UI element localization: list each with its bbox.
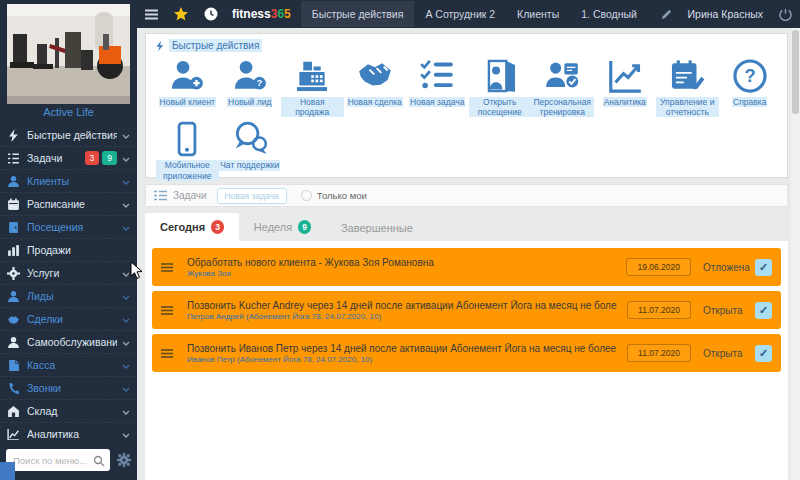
- handshake-icon: [356, 55, 394, 97]
- quick-action-personal-training[interactable]: Персональная тренировка: [531, 55, 594, 117]
- current-user-name[interactable]: Ирина Красных: [688, 8, 763, 20]
- scrollbar-thumb[interactable]: [792, 30, 799, 114]
- lightning-icon: [155, 40, 164, 52]
- tasks-panel: Обработать нового клиента - Жукова Зоя Р…: [145, 241, 788, 480]
- chevron-down-icon: [122, 290, 130, 302]
- topbar-tab-quick-actions[interactable]: Быстрые действия: [301, 1, 415, 27]
- sidebar-item-warehouse[interactable]: Склад: [0, 400, 137, 423]
- task-complete-checkbox[interactable]: ✓: [755, 345, 772, 362]
- task-row[interactable]: Позвонить Kucher Andrey через 14 дней по…: [152, 291, 781, 329]
- quick-action-open-visit[interactable]: Открыть посещение: [469, 55, 532, 117]
- sidebar-item-schedule[interactable]: Расписание: [0, 193, 137, 216]
- task-complete-checkbox[interactable]: ✓: [755, 302, 772, 319]
- tab-completed[interactable]: Завершенные: [326, 215, 428, 241]
- new-lead-icon: ?: [231, 55, 269, 97]
- main-content: Быстрые действия Новый клиент ? Новый ли…: [137, 28, 800, 480]
- favorites-star-icon[interactable]: [174, 7, 188, 21]
- quick-action-support-chat[interactable]: Чат поддержки: [219, 118, 282, 180]
- gym-photo: [7, 4, 130, 104]
- task-date[interactable]: 11.07.2020: [627, 344, 691, 362]
- quick-action-new-task[interactable]: Новая задача: [406, 55, 469, 117]
- quick-actions-title: Быстрые действия: [169, 39, 262, 52]
- club-name[interactable]: Active Life: [7, 104, 130, 118]
- only-mine-checkbox[interactable]: [301, 190, 312, 201]
- drag-handle-icon[interactable]: [161, 306, 173, 315]
- sidebar-item-sales[interactable]: Продажи: [0, 239, 137, 262]
- sidebar-item-self-service[interactable]: Самообслуживание: [0, 331, 137, 354]
- club-photo-card[interactable]: Active Life: [7, 4, 130, 118]
- chevron-down-icon: [122, 175, 130, 187]
- sidebar-item-cashdesk[interactable]: Касса: [0, 354, 137, 377]
- sidebar-item-calls[interactable]: Звонки: [0, 377, 137, 400]
- chevron-down-icon: [122, 313, 130, 325]
- quick-action-new-client[interactable]: Новый клиент: [156, 55, 219, 117]
- quick-action-new-deal[interactable]: Новая сделка: [344, 55, 407, 117]
- line-chart-icon: [7, 428, 20, 441]
- quick-action-management[interactable]: Управление и отчетность: [656, 55, 719, 117]
- chevron-down-icon: [122, 198, 130, 210]
- sidebar-item-leads[interactable]: Лиды: [0, 285, 137, 308]
- settings-gear-icon[interactable]: [117, 453, 131, 467]
- task-date[interactable]: 11.07.2020: [627, 301, 691, 319]
- task-row[interactable]: Обработать нового клиента - Жукова Зоя Р…: [152, 248, 781, 286]
- tasks-header-bar: Задачи Новая задача Только мои: [145, 184, 788, 207]
- sidebar-item-services[interactable]: Услуги: [0, 262, 137, 285]
- chevron-down-icon: [122, 221, 130, 233]
- svg-text:?: ?: [744, 66, 755, 86]
- chevron-down-icon: [122, 428, 130, 440]
- hamburger-menu-icon[interactable]: [145, 9, 158, 20]
- quick-action-new-sale[interactable]: Новая продажа: [281, 55, 344, 117]
- tab-week[interactable]: Неделя 9: [239, 213, 326, 241]
- quick-action-help[interactable]: ? Справка: [719, 55, 782, 117]
- task-date[interactable]: 19.06.2020: [626, 258, 691, 276]
- sidebar-item-tasks[interactable]: Задачи 3 9: [0, 147, 137, 170]
- quick-action-mobile-app[interactable]: Мобильное приложение: [156, 118, 219, 180]
- chevron-down-icon: [122, 336, 130, 348]
- personal-training-icon: [543, 55, 581, 97]
- app-logo[interactable]: fitness365: [232, 7, 291, 21]
- vertical-scrollbar[interactable]: [791, 28, 800, 480]
- task-client-link[interactable]: Иванов Петр (Абонемент Йога 78, 24.07.20…: [187, 355, 617, 364]
- management-report-icon: [668, 55, 706, 97]
- logout-icon[interactable]: [779, 8, 792, 21]
- chevron-down-icon: [122, 267, 130, 279]
- clock-icon[interactable]: [204, 7, 218, 21]
- task-client-link[interactable]: Петров Андрей (Абонемент Йога 78, 24.07.…: [187, 312, 617, 321]
- sidebar-item-visits[interactable]: Посещения: [0, 216, 137, 239]
- only-mine-filter[interactable]: Только мои: [301, 190, 367, 201]
- task-list-icon: [7, 152, 20, 165]
- phone-icon: [7, 382, 20, 395]
- quick-action-new-lead[interactable]: ? Новый лид: [219, 55, 282, 117]
- drag-handle-icon[interactable]: [161, 349, 173, 358]
- topbar-tab-clients[interactable]: Клиенты: [506, 1, 570, 27]
- topbar-tab-employee[interactable]: А Сотрудник 2: [414, 1, 506, 27]
- new-client-icon: [168, 55, 206, 97]
- mobile-phone-icon: [168, 118, 206, 160]
- task-row[interactable]: Позвонить Иванов Петр через 14 дней посл…: [152, 334, 781, 372]
- tab-today[interactable]: Сегодня 3: [145, 213, 239, 241]
- edit-pencil-icon[interactable]: [661, 9, 672, 20]
- week-count-badge: 9: [298, 220, 311, 234]
- search-icon: [93, 453, 105, 471]
- sidebar-item-deals[interactable]: Сделки: [0, 308, 137, 331]
- task-title: Позвонить Иванов Петр через 14 дней посл…: [187, 343, 617, 354]
- topbar-tab-summary[interactable]: 1. Сводный: [570, 1, 648, 27]
- quick-action-analytics[interactable]: Аналитика: [594, 55, 657, 117]
- checklist-icon: [418, 55, 456, 97]
- task-client-link[interactable]: Жукова Зоя: [187, 269, 616, 278]
- corner-accent: [0, 462, 15, 480]
- tasks-title: Задачи: [173, 190, 207, 201]
- bar-chart-icon: [7, 244, 20, 257]
- tasks-week-badge: 9: [102, 151, 117, 166]
- chevron-down-icon: [122, 382, 130, 394]
- sidebar-item-quick-actions[interactable]: Быстрые действия: [0, 124, 137, 147]
- sidebar-item-clients[interactable]: Клиенты: [0, 170, 137, 193]
- tasks-today-badge: 3: [85, 151, 100, 166]
- person-icon: [7, 290, 20, 303]
- drag-handle-icon[interactable]: [161, 263, 173, 272]
- chevron-down-icon: [122, 129, 130, 141]
- task-title: Позвонить Kucher Andrey через 14 дней по…: [187, 300, 617, 311]
- chevron-down-icon: [122, 152, 130, 164]
- new-task-button[interactable]: Новая задача: [217, 188, 287, 204]
- task-complete-checkbox[interactable]: ✓: [755, 259, 772, 276]
